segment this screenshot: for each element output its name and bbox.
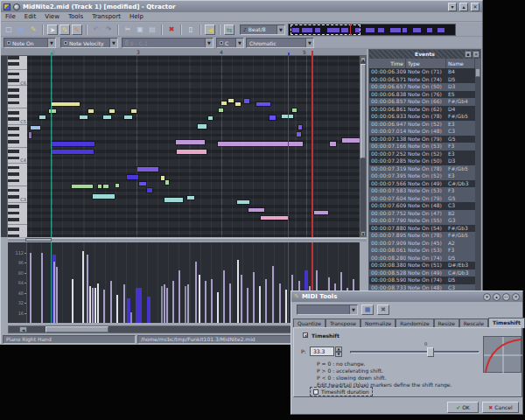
cancel-button[interactable]: ✖ Cancel xyxy=(482,402,519,413)
dialog-control-button[interactable]: ▴ xyxy=(493,293,500,301)
piano-key-black[interactable] xyxy=(8,157,19,160)
midi-note[interactable] xyxy=(31,126,40,130)
p-value-spinbox[interactable]: 33.3 xyxy=(310,346,334,356)
midi-note[interactable] xyxy=(289,115,293,118)
value-type-combo[interactable]: Note Velocity ▼ xyxy=(60,38,118,48)
midi-note[interactable] xyxy=(93,194,115,199)
event-row[interactable]: 00:00:06.657Note On (50)D3 xyxy=(369,83,475,91)
duplex-icon[interactable]: ⇆ xyxy=(224,24,234,35)
menu-help[interactable]: Help xyxy=(130,13,144,20)
events-float-icon[interactable]: ▪ xyxy=(465,51,472,58)
event-row[interactable]: 00:00:07.609Note On (48)C3 xyxy=(369,202,475,210)
piano-key-black[interactable] xyxy=(8,62,19,66)
piano-key-black[interactable] xyxy=(8,234,19,238)
event-row[interactable]: 00:00:06.571Note On (74)D5 xyxy=(369,76,475,84)
midi-note[interactable] xyxy=(165,180,169,185)
midi-note[interactable] xyxy=(298,125,302,130)
event-row[interactable]: 00:00:08.528Note On (49)C#/Db3 xyxy=(369,270,475,277)
scroll-up-icon[interactable]: ▲ xyxy=(360,57,366,62)
titlebar[interactable]: MidNite2.mid (Track 1) [modified] - Qtra… xyxy=(1,1,482,12)
midi-note[interactable] xyxy=(237,200,249,204)
midi-note[interactable] xyxy=(29,132,32,138)
menu-file[interactable]: File xyxy=(5,13,16,20)
menu-transport[interactable]: Transport xyxy=(92,13,121,20)
close-button[interactable]: ✕ xyxy=(471,3,480,11)
midi-note[interactable] xyxy=(198,124,206,129)
event-row[interactable]: 00:00:07.014Note On (48)C3 xyxy=(369,128,475,136)
piano-key-black[interactable] xyxy=(8,189,19,192)
midi-note[interactable] xyxy=(292,108,297,112)
thumbnail-overview[interactable] xyxy=(288,24,456,36)
minimize-button[interactable]: ▾ xyxy=(448,3,457,11)
events-panel-caption[interactable]: Events xyxy=(369,50,480,59)
erase-pencil-icon[interactable]: ✎ xyxy=(72,24,82,35)
event-row[interactable]: 00:00:07.604Note On (79)G5 xyxy=(369,195,475,203)
piano-key-black[interactable] xyxy=(8,195,19,199)
event-row[interactable]: 00:00:06.838Note On (76)E5 xyxy=(369,91,475,99)
midi-note[interactable] xyxy=(177,150,206,154)
dialog-control-button[interactable]: ✕ xyxy=(512,293,520,301)
spin-down-icon[interactable]: ▼ xyxy=(335,352,342,357)
ok-button[interactable]: ✔ OK xyxy=(447,402,479,413)
preset-combo[interactable]: ▯ 0 - C-1 ▼ xyxy=(122,38,214,48)
piano-key-black[interactable] xyxy=(8,88,19,92)
midi-note[interactable] xyxy=(248,208,264,212)
piano-key-black[interactable] xyxy=(8,94,19,98)
midi-note[interactable] xyxy=(282,115,288,118)
event-row[interactable]: 00:00:07.895Note On (78)F#/Gb5 xyxy=(369,232,475,240)
menu-edit[interactable]: Edit xyxy=(24,13,37,20)
events-header[interactable]: TimeTypeName xyxy=(369,59,480,68)
event-row[interactable]: 00:00:07.752Note On (47)B2 xyxy=(369,210,475,218)
piano-key-black[interactable] xyxy=(8,117,19,121)
redo-icon[interactable]: ↷ xyxy=(103,24,114,35)
cut-icon[interactable]: ✂ xyxy=(122,24,133,35)
midi-note[interactable] xyxy=(221,102,227,105)
event-row[interactable]: 00:00:07.252Note On (52)E3 xyxy=(369,150,475,158)
midi-note[interactable] xyxy=(219,108,223,112)
event-row[interactable]: 00:00:07.909Note On (45)A2 xyxy=(369,240,475,248)
event-row[interactable]: 00:00:07.583Note On (53)F3 xyxy=(369,187,475,195)
midi-note[interactable] xyxy=(137,167,158,172)
dialog-control-button[interactable]: — xyxy=(502,293,510,301)
events-close-icon[interactable]: ✕ xyxy=(472,51,480,58)
maximize-button[interactable]: ▴ xyxy=(459,3,468,11)
midi-note[interactable] xyxy=(161,176,164,180)
timeshift-duration-option[interactable]: Timeshift duration xyxy=(310,387,373,396)
event-row[interactable]: 00:00:06.933Note On (78)F#/Gb5 xyxy=(369,113,475,121)
events-column-name[interactable]: Name xyxy=(446,59,475,68)
scroll-down-icon[interactable]: ▼ xyxy=(360,231,366,236)
event-row[interactable]: 00:00:07.138Note On (79)G5 xyxy=(369,136,475,144)
draw-pencil-icon[interactable]: ✎ xyxy=(60,24,70,35)
vertical-scroll-thumb[interactable] xyxy=(360,64,366,158)
midi-note[interactable] xyxy=(256,102,270,106)
dialog-control-button[interactable]: ▾ xyxy=(483,293,491,301)
menu-tools[interactable]: Tools xyxy=(68,13,83,20)
piano-key-black[interactable] xyxy=(8,166,19,170)
splitter-handle[interactable] xyxy=(25,238,52,242)
event-row[interactable]: 00:00:07.285Note On (50)D3 xyxy=(369,158,475,165)
event-row[interactable]: 00:00:06.309Note On (71)B4 xyxy=(369,68,475,76)
piano-key-black[interactable] xyxy=(8,179,19,183)
midi-note[interactable] xyxy=(39,116,46,119)
midi-note[interactable] xyxy=(342,138,360,143)
piano-key-black[interactable] xyxy=(8,150,19,153)
snap-combo[interactable]: ♪ Beat/8 ▼ xyxy=(240,24,285,35)
midi-note[interactable] xyxy=(176,140,205,144)
midi-note[interactable] xyxy=(51,150,94,154)
audio-preview-icon[interactable]: ◀ xyxy=(205,24,215,35)
event-row[interactable]: 00:00:06.947Note On (52)E3 xyxy=(369,121,475,129)
events-column-type[interactable]: Type xyxy=(406,59,446,68)
midi-note[interactable] xyxy=(228,99,234,102)
event-row[interactable]: 00:00:06.861Note On (62)D4 xyxy=(369,106,475,114)
piano-key-black[interactable] xyxy=(8,127,19,130)
midi-note[interactable] xyxy=(88,109,94,113)
event-type-combo[interactable]: Note On ▼ xyxy=(4,38,56,48)
pointer-tool-icon[interactable]: ➤ xyxy=(47,24,58,35)
events-scroll-thumb[interactable] xyxy=(475,68,480,77)
p-slider-handle[interactable] xyxy=(427,347,434,357)
edit-mode-icon[interactable]: ✎ xyxy=(28,24,38,35)
midi-note[interactable] xyxy=(109,109,115,113)
event-row[interactable]: 00:00:06.857Note On (66)F#/Gb4 xyxy=(369,98,475,106)
midi-note[interactable] xyxy=(270,116,276,120)
piano-key-black[interactable] xyxy=(8,56,19,60)
